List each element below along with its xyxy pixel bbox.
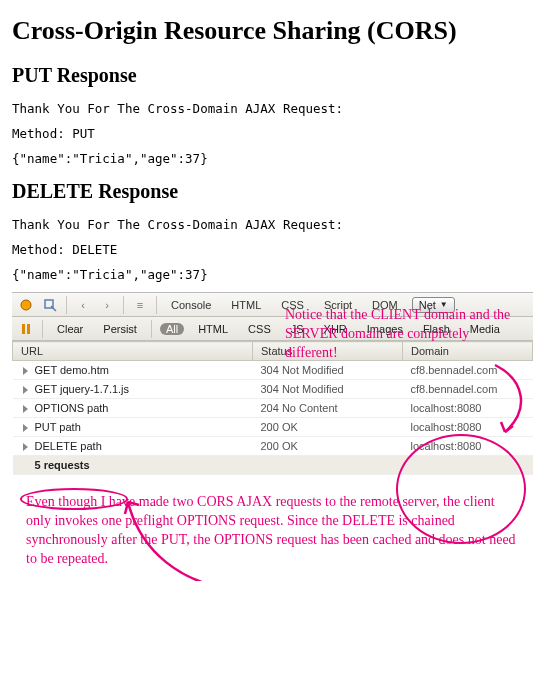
table-row[interactable]: GET demo.htm 304 Not Modified cf8.bennad… bbox=[13, 361, 533, 380]
cell-status: 204 No Content bbox=[253, 399, 403, 418]
cell-status: 200 OK bbox=[253, 418, 403, 437]
expand-icon[interactable] bbox=[23, 367, 28, 375]
delete-method-text: Method: DELETE bbox=[12, 242, 533, 257]
clear-button[interactable]: Clear bbox=[51, 323, 89, 335]
tab-console[interactable]: Console bbox=[165, 298, 217, 312]
inspect-icon[interactable] bbox=[42, 297, 58, 313]
cell-url: PUT path bbox=[35, 421, 81, 433]
cell-status: 304 Not Modified bbox=[253, 380, 403, 399]
cell-domain: localhost:8080 bbox=[403, 437, 533, 456]
expand-icon[interactable] bbox=[23, 386, 28, 394]
cell-domain: cf8.bennadel.com bbox=[403, 361, 533, 380]
table-row[interactable]: OPTIONS path 204 No Content localhost:80… bbox=[13, 399, 533, 418]
filter-all-button[interactable]: All bbox=[160, 323, 184, 335]
cell-status: 304 Not Modified bbox=[253, 361, 403, 380]
separator bbox=[42, 320, 43, 338]
put-thank-text: Thank You For The Cross-Domain AJAX Requ… bbox=[12, 101, 533, 116]
footer-count: 5 requests bbox=[13, 456, 253, 475]
put-method-text: Method: PUT bbox=[12, 126, 533, 141]
put-body-text: {"name":"Tricia","age":37} bbox=[12, 151, 533, 166]
cell-status: 200 OK bbox=[253, 437, 403, 456]
delete-thank-text: Thank You For The Cross-Domain AJAX Requ… bbox=[12, 217, 533, 232]
delete-body-text: {"name":"Tricia","age":37} bbox=[12, 267, 533, 282]
filter-css-button[interactable]: CSS bbox=[242, 323, 277, 335]
svg-rect-2 bbox=[22, 324, 25, 334]
svg-rect-3 bbox=[27, 324, 30, 334]
cell-url: DELETE path bbox=[35, 440, 102, 452]
delete-response-heading: DELETE Response bbox=[12, 180, 533, 203]
separator bbox=[123, 296, 124, 314]
expand-icon[interactable] bbox=[23, 405, 28, 413]
table-row[interactable]: DELETE path 200 OK localhost:8080 bbox=[13, 437, 533, 456]
annotation-bottom: Even though I have made two CORS AJAX re… bbox=[26, 493, 519, 569]
nav-back-icon[interactable]: ‹ bbox=[75, 297, 91, 313]
table-row[interactable]: GET jquery-1.7.1.js 304 Not Modified cf8… bbox=[13, 380, 533, 399]
persist-button[interactable]: Persist bbox=[97, 323, 143, 335]
menu-icon[interactable]: ≡ bbox=[132, 297, 148, 313]
cell-url: GET jquery-1.7.1.js bbox=[35, 383, 130, 395]
put-response-heading: PUT Response bbox=[12, 64, 533, 87]
separator bbox=[151, 320, 152, 338]
nav-forward-icon[interactable]: › bbox=[99, 297, 115, 313]
table-footer: 5 requests bbox=[13, 456, 533, 475]
svg-point-0 bbox=[21, 300, 31, 310]
cell-domain: localhost:8080 bbox=[403, 418, 533, 437]
cell-url: GET demo.htm bbox=[35, 364, 109, 376]
expand-icon[interactable] bbox=[23, 443, 28, 451]
filter-html-button[interactable]: HTML bbox=[192, 323, 234, 335]
page-title: Cross-Origin Resource Sharing (CORS) bbox=[12, 16, 533, 46]
cell-domain: localhost:8080 bbox=[403, 399, 533, 418]
pause-icon[interactable] bbox=[18, 321, 34, 337]
expand-icon[interactable] bbox=[23, 424, 28, 432]
cell-url: OPTIONS path bbox=[35, 402, 109, 414]
separator bbox=[66, 296, 67, 314]
separator bbox=[156, 296, 157, 314]
tab-html[interactable]: HTML bbox=[225, 298, 267, 312]
table-row[interactable]: PUT path 200 OK localhost:8080 bbox=[13, 418, 533, 437]
cell-domain: cf8.bennadel.com bbox=[403, 380, 533, 399]
annotation-top: Notice that the CLIENT domain and the SE… bbox=[285, 306, 520, 363]
firebug-icon[interactable] bbox=[18, 297, 34, 313]
col-header-url[interactable]: URL bbox=[13, 342, 253, 361]
